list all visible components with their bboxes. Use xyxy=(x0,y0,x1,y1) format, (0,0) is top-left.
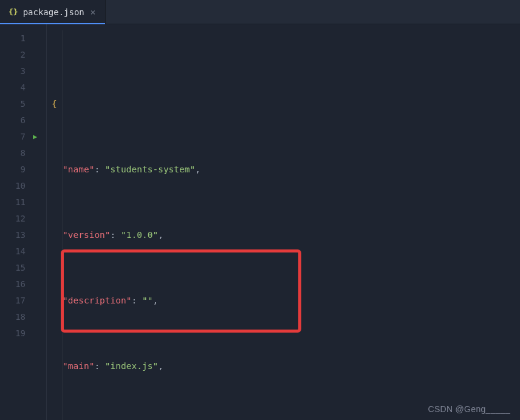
line-number: 16 xyxy=(0,276,30,293)
run-gutter: ▶ xyxy=(30,24,46,420)
line-number: 17 xyxy=(0,293,30,309)
line-number: 6 xyxy=(0,112,30,129)
code-line: "name": "students-system", xyxy=(52,161,520,178)
tab-bar: {} package.json × xyxy=(0,0,520,24)
line-number: 10 xyxy=(0,178,30,194)
line-number: 4 xyxy=(0,80,30,96)
code-line: "main": "index.js", xyxy=(52,358,520,374)
code-line: "description": "", xyxy=(52,293,520,309)
line-number: 3 xyxy=(0,63,30,80)
code-line: { xyxy=(52,96,520,112)
line-number: 2 xyxy=(0,47,30,63)
code-body[interactable]: { "name": "students-system", "version": … xyxy=(46,24,520,420)
close-icon[interactable]: × xyxy=(89,7,97,17)
line-number: 9 xyxy=(0,161,30,178)
line-number: 13 xyxy=(0,227,30,243)
json-file-icon: {} xyxy=(9,7,18,16)
play-icon[interactable]: ▶ xyxy=(30,129,46,145)
tab-label: package.json xyxy=(23,7,84,17)
line-number: 15 xyxy=(0,260,30,276)
watermark-text: CSDN @Geng_____ xyxy=(428,404,510,414)
line-number-gutter: 1 2 3 4 5 6 7 8 9 10 11 12 13 14 15 16 1… xyxy=(0,24,30,420)
line-number: 18 xyxy=(0,309,30,325)
line-number: 8 xyxy=(0,145,30,161)
tab-package-json[interactable]: {} package.json × xyxy=(0,0,106,24)
line-number: 5 xyxy=(0,96,30,112)
line-number: 7 xyxy=(0,129,30,145)
line-number: 1 xyxy=(0,30,30,47)
line-number: 19 xyxy=(0,325,30,342)
code-editor[interactable]: 1 2 3 4 5 6 7 8 9 10 11 12 13 14 15 16 1… xyxy=(0,24,520,420)
line-number: 11 xyxy=(0,194,30,211)
code-line: "version": "1.0.0", xyxy=(52,227,520,243)
line-number: 14 xyxy=(0,243,30,260)
line-number: 12 xyxy=(0,211,30,227)
